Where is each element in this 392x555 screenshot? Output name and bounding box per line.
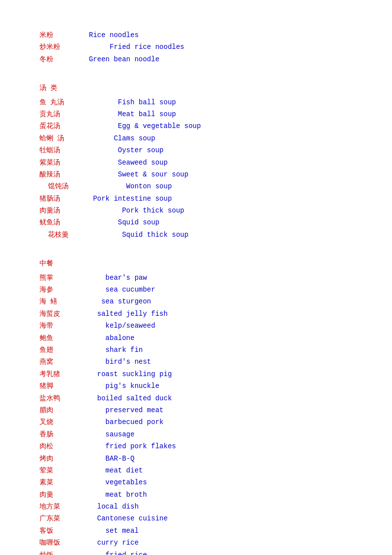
chinese-text: 蛤蜊 汤	[39, 133, 89, 144]
chinese-text: 肉羹汤	[39, 205, 89, 216]
list-item: 酸辣汤 Sweet & sour soup	[39, 169, 353, 180]
list-item: 贡丸汤 Meat ball soup	[39, 109, 353, 120]
chinese-text: 海 鳝	[39, 296, 89, 307]
menu-container: 米粉 Rice noodles 炒米粉 Fried rice noodles 冬…	[39, 30, 353, 555]
chinese-text: 牡蛎汤	[39, 145, 89, 156]
chinese-text: 海带	[39, 320, 89, 331]
section-header: 中餐	[39, 258, 353, 271]
english-text: preserved meat	[89, 405, 163, 416]
english-text: Fish ball soup	[89, 97, 176, 108]
chinese-text: 海蜇皮	[39, 308, 89, 319]
chinese-text: 腊肉	[39, 405, 89, 416]
chinese-text: 客饭	[39, 525, 89, 536]
chinese-text: 广东菜	[39, 513, 89, 524]
list-item: 咖喱饭 curry rice	[39, 537, 353, 548]
chinese-text: 馄饨汤	[39, 181, 89, 192]
list-item: 炒米粉 Fried rice noodles	[39, 42, 353, 52]
english-text: Egg & vegetable soup	[89, 121, 201, 131]
chinese-text: 香肠	[39, 429, 89, 440]
list-item: 鱼 丸汤 Fish ball soup	[39, 97, 353, 108]
list-item: 鱼翅 shark fin	[39, 344, 353, 355]
chinese-text: 素菜	[39, 477, 89, 488]
chinese-text: 鱼 丸汤	[39, 97, 89, 108]
english-text: meat diet	[89, 465, 143, 476]
chinese-text: 蛋花汤	[39, 121, 89, 131]
list-item: 鲍鱼 abalone	[39, 333, 353, 343]
list-item: 炒饭 fried rice	[39, 550, 353, 555]
list-item: 猪肠汤 Pork intestine soup	[39, 193, 353, 204]
english-text: Squid thick soup	[89, 229, 189, 240]
list-item: 肉松 fried pork flakes	[39, 441, 353, 452]
section-title: 汤 类	[39, 83, 89, 93]
chinese-text: 考乳猪	[39, 369, 89, 380]
chinese-text: 燕窝	[39, 356, 89, 367]
english-text: Seaweed soup	[89, 157, 168, 168]
list-item: 广东菜 Cantonese cuisine	[39, 513, 353, 524]
english-text: abalone	[89, 333, 134, 343]
list-item: 香肠 sausage	[39, 429, 353, 440]
english-text: meat broth	[89, 489, 147, 500]
list-item: 叉烧 barbecued pork	[39, 417, 353, 427]
english-text: Clams soup	[89, 133, 155, 144]
english-text: salted jelly fish	[89, 308, 168, 319]
list-item: 蛋花汤 Egg & vegetable soup	[39, 121, 353, 131]
list-item: 海蜇皮 salted jelly fish	[39, 308, 353, 319]
list-item: 腊肉 preserved meat	[39, 405, 353, 416]
english-text: barbecued pork	[89, 417, 163, 427]
chinese-text: 猪脚	[39, 381, 89, 391]
english-text: bear's paw	[89, 272, 147, 283]
english-text: set meal	[89, 525, 139, 536]
english-text: sea cucumber	[89, 284, 155, 295]
chinese-text: 叉烧	[39, 417, 89, 427]
list-item: 熊掌 bear's paw	[39, 272, 353, 283]
list-item: 冬粉 Green bean noodle	[39, 54, 353, 65]
english-text: Pork thick soup	[89, 205, 184, 216]
chinese-text: 海参	[39, 284, 89, 295]
english-text: kelp/seaweed	[89, 320, 155, 331]
chinese-text: 紫菜汤	[39, 157, 89, 168]
chinese-text: 肉松	[39, 441, 89, 452]
list-item: 米粉 Rice noodles	[39, 30, 353, 41]
chinese-text: 酸辣汤	[39, 169, 89, 180]
list-item: 猪脚 pig's knuckle	[39, 381, 353, 391]
soup-section: 汤 类 鱼 丸汤 Fish ball soup 贡丸汤 Meat ball so…	[39, 83, 353, 240]
english-text: Fried rice noodles	[89, 42, 184, 52]
list-item: 馄饨汤 Wonton soup	[39, 181, 353, 192]
list-item: 海带 kelp/seaweed	[39, 320, 353, 331]
english-text: Squid soup	[89, 217, 159, 228]
english-text: Pork intestine soup	[89, 193, 172, 204]
english-text: Sweet & sour soup	[89, 169, 189, 180]
list-item: 地方菜 local dish	[39, 501, 353, 512]
english-text: bird's nest	[89, 356, 151, 367]
list-item: 燕窝 bird's nest	[39, 356, 353, 367]
chinese-text: 咖喱饭	[39, 537, 89, 548]
english-text: Meat ball soup	[89, 109, 176, 120]
list-item: 肉羹 meat broth	[39, 489, 353, 500]
list-item: 海参 sea cucumber	[39, 284, 353, 295]
chinese-text: 米粉	[39, 30, 89, 41]
chinese-text: 烤肉	[39, 453, 89, 464]
section-header: 汤 类	[39, 83, 353, 95]
list-item: 海 鳝 sea sturgeon	[39, 296, 353, 307]
list-item: 蛤蜊 汤 Clams soup	[39, 133, 353, 144]
chinese-text: 盐水鸭	[39, 393, 89, 404]
noodles-section: 米粉 Rice noodles 炒米粉 Fried rice noodles 冬…	[39, 30, 353, 65]
list-item: 考乳猪 roast suckling pig	[39, 369, 353, 380]
chinese-text: 花枝羹	[39, 229, 89, 240]
chinese-text: 鱿鱼汤	[39, 217, 89, 228]
english-text: pig's knuckle	[89, 381, 159, 391]
english-text: Green bean noodle	[89, 54, 159, 65]
section-title: 中餐	[39, 258, 89, 269]
english-text: Rice noodles	[89, 30, 139, 41]
list-item: 紫菜汤 Seaweed soup	[39, 157, 353, 168]
chinese-text: 熊掌	[39, 272, 89, 283]
english-text: roast suckling pig	[89, 369, 172, 380]
english-text: sea sturgeon	[89, 296, 151, 307]
english-text: vegetables	[89, 477, 147, 488]
english-text: Cantonese cuisine	[89, 513, 168, 524]
list-item: 烤肉 BAR-B-Q	[39, 453, 353, 464]
chinese-text: 炒饭	[39, 550, 89, 555]
list-item: 素菜 vegetables	[39, 477, 353, 488]
chinese-text: 地方菜	[39, 501, 89, 512]
list-item: 牡蛎汤 Oyster soup	[39, 145, 353, 156]
